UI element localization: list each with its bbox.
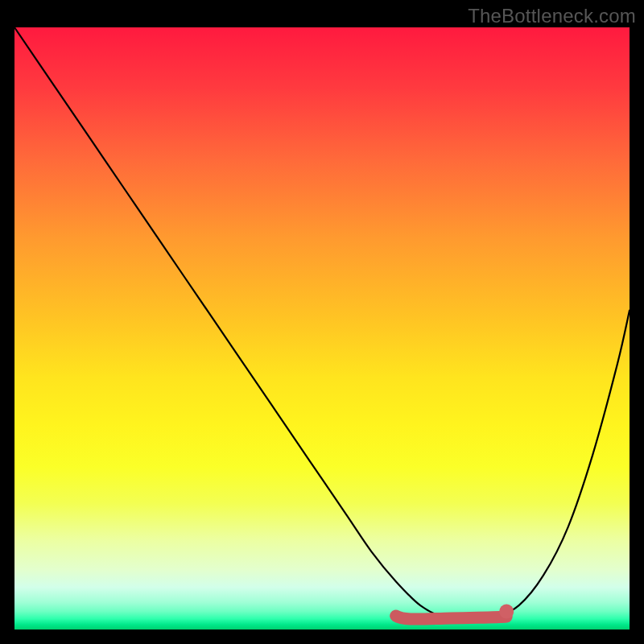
- chart-border: TheBottleneck.com: [0, 0, 644, 644]
- highlight-dot: [499, 605, 514, 619]
- chart-svg: [14, 27, 630, 630]
- watermark-text: TheBottleneck.com: [468, 5, 636, 27]
- valley-highlight: [396, 616, 507, 619]
- chart-gradient-area: [14, 27, 630, 630]
- bottleneck-curve: [14, 27, 630, 618]
